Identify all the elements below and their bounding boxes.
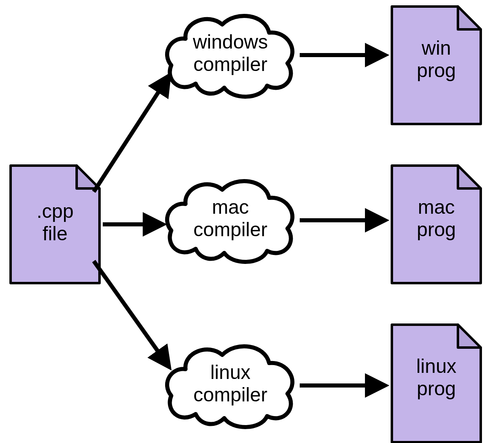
diagram-canvas: .cpp file windows compiler mac compiler … <box>0 0 504 443</box>
arrow-icon <box>94 261 169 367</box>
arrow-icon <box>94 75 169 192</box>
arrows-layer <box>0 0 504 443</box>
